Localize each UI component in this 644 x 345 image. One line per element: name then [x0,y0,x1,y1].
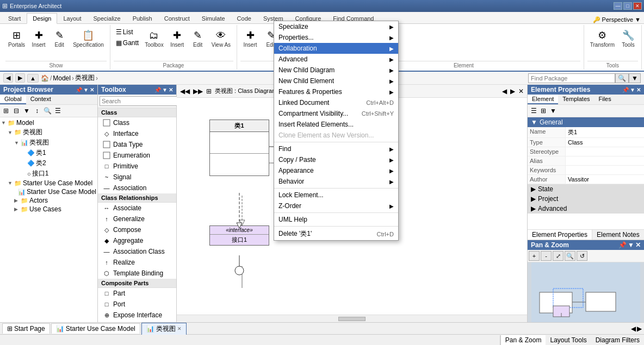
tools-button[interactable]: 🔧 Tools [618,27,638,49]
props-tool3[interactable]: ▼ [548,106,558,116]
leivitu-close-icon[interactable]: ✕ [177,326,182,331]
tab-start[interactable]: Start [2,13,27,23]
tab-publish[interactable]: Publish [127,13,158,23]
pz-reset[interactable]: ↺ [577,251,587,261]
expand-leivitu-diagram[interactable]: ▼ [14,140,21,146]
name-value[interactable]: 类1 [566,127,644,137]
tab-code[interactable]: Code [231,13,257,23]
toolbox-menu-button[interactable]: ▼ [162,87,168,93]
toolbox-item-signal[interactable]: ~ Signal [98,172,176,183]
toolbox-item-generalize[interactable]: ↑ Generalize [98,214,176,224]
search-input[interactable] [528,73,615,83]
package-edit-button[interactable]: ✎ Edit [188,27,208,49]
pz-search[interactable]: 🔍 [565,251,575,261]
tab-specialize[interactable]: Specialize [88,13,127,23]
expand-actors[interactable]: ▶ [14,198,21,203]
menu-item-properties[interactable]: Properties... ▶ [274,32,398,43]
minimize-button[interactable]: — [614,2,622,10]
menu-item-appearance[interactable]: Appearance ▶ [274,165,398,176]
expand-all-icon[interactable]: ⊞ [1,106,11,116]
search-button[interactable]: 🔍 [615,73,629,83]
filter-icon[interactable]: ▼ [22,106,32,116]
maximize-button[interactable]: □ [623,2,632,10]
menu-button[interactable]: ▼ [83,87,89,93]
toolbox-item-template-binding[interactable]: ⬡ Template Binding [98,268,176,279]
props-tab-element[interactable]: Element [528,95,558,104]
element-props-close[interactable]: ✕ [636,87,641,93]
props-section-advanced[interactable]: ▶ Advanced [528,204,644,214]
toolbox-item-part[interactable]: □ Part [98,288,176,299]
bottom-tab-start-page[interactable]: ⊞ Start Page [2,323,50,334]
menu-item-features-properties[interactable]: Features & Properties ▶ [274,86,398,97]
menu-item-uml-help[interactable]: UML Help [274,214,398,225]
forward-button[interactable]: ▶ [15,73,25,83]
close-button[interactable]: ✕ [633,2,642,10]
menu-item-new-child-diagram[interactable]: New Child Diagram ▶ [274,65,398,76]
props-tool2[interactable]: ⊞ [538,106,548,116]
toolbox-item-datatype[interactable]: Data Type [98,139,176,150]
diagram-filters-tab-button[interactable]: Diagram Filters [591,335,644,345]
diagram-close-right[interactable]: ▶ [510,87,515,95]
toolbox-item-port[interactable]: □ Port [98,299,176,310]
interface1-element[interactable]: «interface» 接口1 [209,225,269,246]
pz-pin-button[interactable]: 📌 [618,241,627,249]
menu-item-z-order[interactable]: Z-Order ▶ [274,200,398,211]
breadcrumb-current[interactable]: 类视图 [75,73,95,83]
menu-item-specialize[interactable]: Specialize ▶ [274,21,398,32]
view-as-button[interactable]: 👁 View As [209,27,233,49]
toolbox-search-input[interactable] [100,96,179,106]
element-notes-tab[interactable]: Element Notes [592,230,644,240]
toolbox-item-association-class[interactable]: — Association Class [98,246,176,257]
diagram-insert-button[interactable]: ✚ Insert [240,27,260,49]
toolbox-button[interactable]: 🗂 Toolbox [142,27,166,49]
toolbox-close-button[interactable]: ✕ [169,87,173,93]
toolbox-item-associate[interactable]: ↔ Associate [98,203,176,214]
element-props-pin[interactable]: 📌 [622,87,629,93]
tree-item-model[interactable]: ▼ 📁 Model [1,118,96,127]
bottom-nav-left[interactable]: ◀ [631,325,636,333]
tab-context[interactable]: Context [26,95,55,104]
tab-layout[interactable]: Layout [57,13,87,23]
keywords-value[interactable] [566,166,644,174]
props-tab-files[interactable]: Files [595,95,616,104]
specification-button[interactable]: 📋 Specification [70,27,107,49]
expand-use-cases[interactable]: ▶ [14,206,21,212]
pan-zoom-tab-button[interactable]: Pan & Zoom [500,335,546,345]
tree-item-starter-pkg[interactable]: ▼ 📁 Starter Use Case Model [1,179,96,187]
toolbox-item-class[interactable]: Class [98,117,176,128]
menu-item-lock-element[interactable]: Lock Element... [274,190,398,200]
element-props-menu[interactable]: ▼ [630,87,635,93]
diagram-nav-left[interactable]: ◀◀ [180,87,190,95]
insert-button[interactable]: ✚ Insert [29,27,48,49]
tree-item-starter-diagram[interactable]: 📊 Starter Use Case Model [1,187,96,196]
element-properties-tab[interactable]: Element Properties [528,230,592,240]
diagram-scrollbar[interactable] [177,315,527,322]
menu-item-behavior[interactable]: Behavior ▶ [274,176,398,187]
tree-item-class2[interactable]: 🔷 类2 [1,158,96,168]
toolbox-item-expose-interface[interactable]: ⊕ Expose Interface [98,310,176,321]
bottom-tab-leivitu[interactable]: 📊 类视图 ✕ [141,323,187,335]
menu-item-delete[interactable]: Delete '类1' Ctrl+D [274,228,398,240]
menu-item-collaboration[interactable]: Collaboration ▶ [274,43,398,54]
toolbox-item-enumeration[interactable]: Enumeration [98,150,176,161]
diagram-close-left[interactable]: ◀ [502,87,507,95]
package-insert-button[interactable]: ✚ Insert [168,27,187,49]
menu-item-insert-related[interactable]: Insert Related Elements... [274,119,398,130]
close-button[interactable]: ✕ [90,87,94,93]
diagram-nav-right[interactable]: ▶▶ [193,87,203,95]
stereotype-value[interactable] [566,147,644,156]
edit-button[interactable]: ✎ Edit [49,27,69,49]
pz-fit[interactable]: ⤢ [553,251,564,261]
menu-item-linked-document[interactable]: Linked Document Ctrl+Alt+D [274,97,398,108]
menu-item-find[interactable]: Find ▶ [274,143,398,154]
search-tree-icon[interactable]: 🔍 [42,106,52,116]
bottom-tab-starter-use-case[interactable]: 📊 Starter Use Case Model [51,323,140,334]
expand-model[interactable]: ▼ [1,120,8,126]
toolbox-item-aggregate[interactable]: ◆ Aggregate [98,235,176,246]
toolbox-item-interface[interactable]: ◇ Interface [98,128,176,139]
tree-item-actors[interactable]: ▶ 📁 Actors [1,196,96,205]
menu-item-advanced[interactable]: Advanced ▶ [274,54,398,65]
tab-simulate[interactable]: Simulate [196,13,231,23]
tab-global[interactable]: Global [0,95,26,104]
tree-item-interface1[interactable]: ○ 接口1 [1,168,96,179]
